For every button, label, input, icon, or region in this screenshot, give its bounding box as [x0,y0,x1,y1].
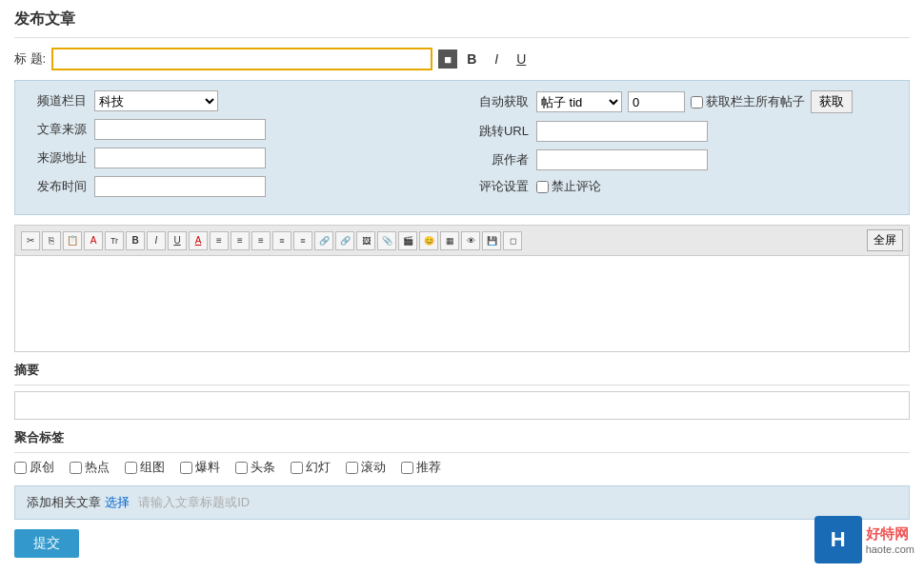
tag-item-original: 原创 [14,459,54,476]
title-label: 标 题: [14,50,46,68]
fullscreen-button[interactable]: 全屏 [867,229,903,251]
redirect-label: 跳转URL [472,123,529,140]
align-right-icon[interactable]: ≡ [251,231,271,250]
tag-label-headline: 头条 [251,459,275,476]
tag-checkbox-explosive[interactable] [180,462,192,474]
redirect-input[interactable] [536,121,708,142]
tag-checkbox-headline[interactable] [235,462,248,474]
source-url-row: 来源地址 [30,148,452,168]
tags-row: 原创热点组图爆料头条幻灯滚动推荐 [14,459,910,476]
logo-main-text: 好特网 [866,525,914,543]
tag-label-photo: 组图 [140,459,165,476]
tag-item-slideshow: 幻灯 [291,459,331,476]
source-url-input[interactable] [94,148,266,168]
auto-fetch-label: 自动获取 [472,93,529,110]
tag-label-explosive: 爆料 [195,459,220,476]
tag-checkbox-slideshow[interactable] [291,462,303,474]
editor-body[interactable] [15,256,909,351]
fetch-all-checkbox[interactable] [691,96,703,109]
source-url-label: 来源地址 [30,149,87,167]
tag-checkbox-recommend[interactable] [401,462,413,474]
media-icon[interactable]: 🎬 [398,231,417,250]
bold-btn[interactable]: B [461,49,482,69]
redirect-row: 跳转URL [472,121,894,142]
related-placeholder: 请输入文章标题或ID [138,495,250,509]
editor-bold-icon[interactable]: B [126,231,145,250]
text-format-icon[interactable]: Tr [105,231,124,250]
no-comment-label: 禁止评论 [536,178,593,195]
tag-label-recommend: 推荐 [416,459,441,476]
editor-underline-icon[interactable]: U [168,231,187,250]
image-icon[interactable]: 🖼 [356,231,375,250]
editor-tools: ✂ ⎘ 📋 A Tr B I U A ≡ ≡ ≡ ≡ ≡ 🔗 🔗 🖼 📎 🎬 😊 [21,231,522,250]
related-section: 添加相关文章 选择 请输入文章标题或ID [14,485,910,520]
form-col-right: 自动获取 帖子 tid 获取栏主所有帖子 获取 跳转URL [472,90,894,205]
paste-icon[interactable]: 📋 [63,231,82,250]
fetch-button[interactable]: 获取 [811,90,853,113]
related-select-link[interactable]: 选择 [105,495,130,509]
font-color-icon[interactable]: A [189,231,208,250]
form-section: 频道栏目 科技 文章来源 来源地址 发布时间 [14,80,910,215]
page-title: 发布文章 [14,10,910,38]
scissors-icon[interactable]: ✂ [21,231,40,250]
submit-button[interactable]: 提交 [14,529,79,558]
title-row: 标 题: ■ B I U [14,48,910,70]
text-color-icon[interactable]: A [84,231,103,250]
related-prefix: 添加相关文章 [27,495,101,509]
author-input[interactable] [536,149,708,170]
publish-time-row: 发布时间 [30,176,452,197]
code-icon[interactable]: ◻ [503,231,522,250]
unlink-icon[interactable]: 🔗 [335,231,354,250]
source-row: 文章来源 [30,119,452,140]
link-icon[interactable]: 🔗 [314,231,333,250]
publish-time-input[interactable] [94,176,266,197]
tag-item-photo: 组图 [125,459,165,476]
save-icon[interactable]: 💾 [482,231,501,250]
emoji-icon[interactable]: 😊 [419,231,438,250]
fetch-type-select[interactable]: 帖子 tid [536,91,622,112]
list-ul-icon[interactable]: ≡ [293,231,312,250]
format-icon[interactable]: ■ [438,49,457,69]
author-label: 原作者 [472,151,529,168]
logo-box: H [814,516,862,563]
author-row: 原作者 [472,149,894,170]
tag-item-explosive: 爆料 [180,459,220,476]
form-grid: 频道栏目 科技 文章来源 来源地址 发布时间 [30,90,894,205]
editor-section: ✂ ⎘ 📋 A Tr B I U A ≡ ≡ ≡ ≡ ≡ 🔗 🔗 🖼 📎 🎬 😊 [14,225,910,352]
tag-checkbox-scroll[interactable] [346,462,358,474]
table-icon[interactable]: ▦ [440,231,459,250]
publish-time-label: 发布时间 [30,178,87,195]
title-toolbar: ■ B I U [438,49,532,69]
tag-label-slideshow: 幻灯 [306,459,331,476]
page-container: 发布文章 标 题: ■ B I U 频道栏目 科技 文章来源 [0,0,924,573]
fetch-id-input[interactable] [628,91,685,112]
tag-checkbox-hot[interactable] [70,462,82,474]
channel-select[interactable]: 科技 [94,90,218,111]
logo-text: 好特网 haote.com [866,525,914,555]
tag-label-hot: 热点 [85,459,110,476]
editor-toolbar: ✂ ⎘ 📋 A Tr B I U A ≡ ≡ ≡ ≡ ≡ 🔗 🔗 🖼 📎 🎬 😊 [15,226,909,256]
footer-logo: H 好特网 haote.com [814,516,914,563]
source-input[interactable] [94,119,266,140]
attach-icon[interactable]: 📎 [377,231,396,250]
italic-btn[interactable]: I [486,49,507,69]
summary-section: 摘要 [14,362,910,420]
align-center-icon[interactable]: ≡ [231,231,250,250]
summary-divider [14,385,910,385]
title-input[interactable] [51,48,432,70]
underline-btn[interactable]: U [511,49,532,69]
preview-icon[interactable]: 👁 [461,231,480,250]
tag-checkbox-photo[interactable] [125,462,137,474]
summary-input[interactable] [14,391,910,420]
tag-checkbox-original[interactable] [14,462,27,474]
comment-label: 评论设置 [472,178,529,195]
tags-label: 聚合标签 [14,429,910,446]
align-left-icon[interactable]: ≡ [210,231,229,250]
submit-section: 提交 [14,529,910,558]
list-ol-icon[interactable]: ≡ [272,231,291,250]
form-col-left: 频道栏目 科技 文章来源 来源地址 发布时间 [30,90,452,205]
copy-icon[interactable]: ⎘ [42,231,61,250]
editor-italic-icon[interactable]: I [147,231,166,250]
no-comment-checkbox[interactable] [536,181,549,193]
channel-row: 频道栏目 科技 [30,90,452,111]
